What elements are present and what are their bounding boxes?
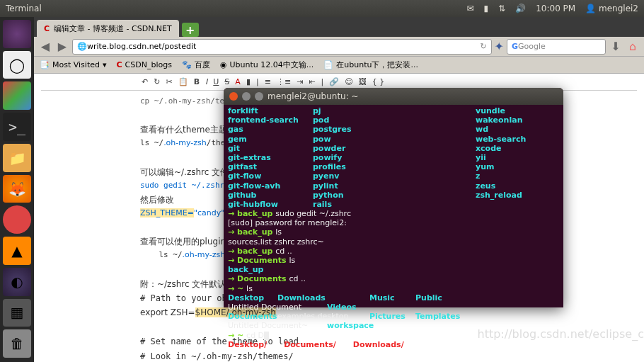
undo-icon[interactable]: ↶ [140,77,149,86]
battery-icon[interactable]: ▮ [484,4,489,13]
vlc-icon[interactable]: ▲ [3,237,31,265]
bg-icon[interactable]: ▮ [245,77,252,86]
dash-icon[interactable] [3,20,31,48]
cursor [264,332,269,340]
indent-icon[interactable]: ⇥ [295,77,304,86]
terminal-window: menglei2@ubuntu: ~ forkliftfrontend-sear… [224,88,563,307]
firefox-icon[interactable]: 🦊 [3,175,31,203]
feed-icon[interactable]: ✦ [495,40,504,53]
redo-icon[interactable]: ↻ [152,77,161,86]
media-icon[interactable] [3,205,31,234]
google-icon: G [512,42,518,51]
terminal-body[interactable]: forkliftfrontend-searchgasgemgitgit-extr… [224,105,563,351]
search-bar[interactable]: G Google [507,39,606,55]
reload-icon[interactable]: ↻ [480,42,486,51]
forward-button[interactable]: ▶ [55,40,69,54]
sound-icon[interactable]: 🔊 [515,4,526,13]
tab-label: 编辑文章 - 博客频道 - CSDN.NET [54,23,172,34]
maximize-icon[interactable] [255,92,263,101]
trash-icon[interactable]: 🗑 [3,329,31,358]
bm-ubuntu[interactable]: ◉ Ubuntu 12.04中文输... [220,60,314,70]
url-bar[interactable]: 🌐 write.blog.csdn.net/postedit ↻ [72,39,492,55]
close-icon[interactable] [229,92,238,101]
bold-icon[interactable]: B [192,77,201,86]
minimize-icon[interactable] [242,92,251,101]
image-icon[interactable]: 🖼 [357,77,368,86]
color-icon[interactable]: A [234,77,242,86]
terminal-titlebar[interactable]: menglei2@ubuntu: ~ [224,88,563,105]
search-placeholder: Google [518,42,546,51]
clock[interactable]: 10:00 PM [536,4,575,13]
terminal-title: menglei2@ubuntu: ~ [268,91,359,101]
olist-icon[interactable]: ⋮≡ [275,77,292,86]
italic-icon[interactable]: I [204,77,209,86]
bm-baidu[interactable]: 🐾 百度 [182,60,210,70]
top-panel: Terminal ✉ ▮ ⇅ 🔊 10:00 PM 👤 menglei2 [0,0,644,17]
cut-icon[interactable]: ✂ [164,77,173,86]
code-icon[interactable]: { } [371,77,386,86]
chrome-icon[interactable]: ◯ [3,51,31,79]
bookmarks-bar: 📑 Most Visited ▾ C CSDN_blogs 🐾 百度 ◉ Ubu… [34,57,644,74]
outdent-icon[interactable]: ⇤ [307,77,316,86]
workspace-icon[interactable] [3,81,31,110]
terminal-icon[interactable]: >_ [3,113,31,141]
most-visited[interactable]: 📑 Most Visited ▾ [40,60,106,69]
tab-bar: C 编辑文章 - 博客频道 - CSDN.NET + [34,17,644,37]
app-name: Terminal [6,4,42,13]
user-menu[interactable]: 👤 menglei2 [585,4,638,13]
tab-csdn[interactable]: C 编辑文章 - 博客频道 - CSDN.NET [37,20,179,37]
back-button[interactable]: ◀ [38,40,52,54]
network-icon[interactable]: ⇅ [498,4,505,13]
list-icon[interactable]: ≡ [263,77,272,86]
new-tab-button[interactable]: + [182,23,199,37]
emoji-icon[interactable]: ☺ [343,77,354,86]
files-icon[interactable]: 📁 [3,144,31,172]
url-text: write.blog.csdn.net/postedit [87,42,196,51]
workspaces-icon[interactable]: ▦ [3,299,31,327]
link-icon[interactable]: 🔗 [328,77,340,86]
envelope-icon[interactable]: ✉ [466,4,473,13]
home-icon[interactable]: ⌂ [626,40,640,54]
csdn-favicon-icon: C [44,24,50,33]
bm-install[interactable]: 📄 在ubuntu下，把安装... [323,60,418,70]
paste-icon[interactable]: 📋 [177,77,190,86]
strike-icon[interactable]: S [223,77,231,86]
bm-csdn[interactable]: C CSDN_blogs [116,60,171,69]
downloads-icon[interactable]: ⬇ [609,40,623,54]
globe-icon: 🌐 [77,42,87,51]
eclipse-icon[interactable]: ◐ [3,268,31,296]
underline-icon[interactable]: U [212,77,220,86]
launcher: ◯ >_ 📁 🦊 ▲ ◐ ▦ 🗑 [0,17,34,362]
nav-bar: ◀ ▶ 🌐 write.blog.csdn.net/postedit ↻ ✦ G… [34,37,644,57]
